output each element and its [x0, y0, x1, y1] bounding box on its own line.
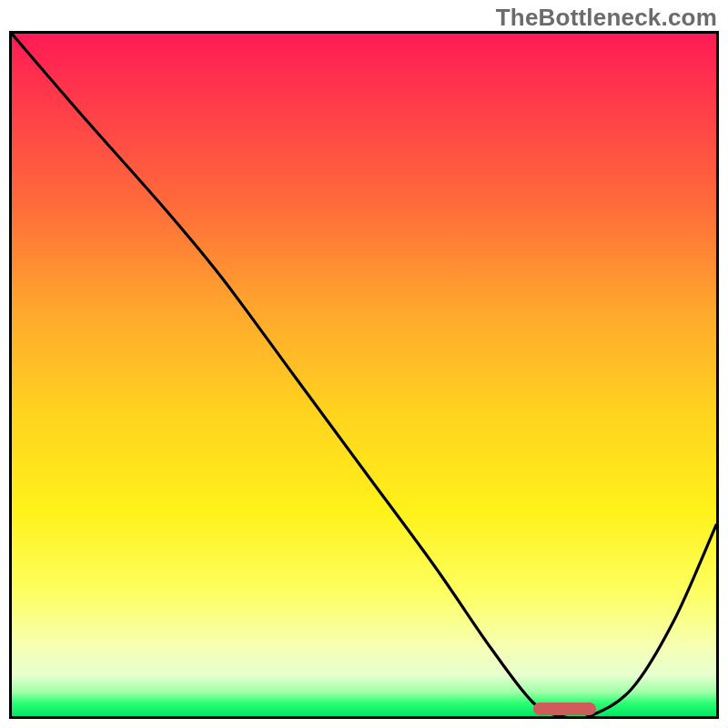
plot-area [9, 31, 719, 719]
watermark-label: TheBottleneck.com [496, 4, 717, 32]
optimal-range-marker [533, 703, 597, 715]
chart-stage: TheBottleneck.com [0, 0, 728, 728]
bottleneck-curve [12, 34, 716, 716]
